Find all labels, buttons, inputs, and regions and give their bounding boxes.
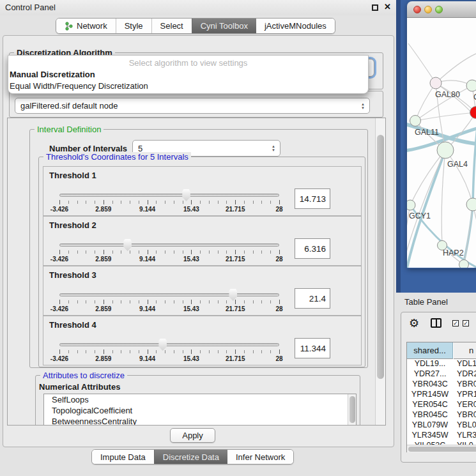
tab-select[interactable]: Select [151, 19, 192, 33]
tab-impute-data[interactable]: Impute Data [92, 450, 154, 464]
column-header-shared[interactable]: shared... [407, 342, 453, 359]
tick-label: 28 [275, 206, 282, 213]
slider-thumb[interactable] [123, 239, 132, 251]
tick-label: 28 [275, 305, 282, 312]
slider-thumb[interactable] [228, 289, 238, 301]
network-desktop: GAL80 G C GAL11 GAL4 GCY1 H HAP2 [396, 0, 476, 293]
tick-label: 28 [275, 355, 282, 362]
tick-label: 21.715 [226, 305, 245, 312]
table-panel-body: ⚙ ✓ ✓ shared... n YDL19...YDL1 YDR27...Y… [401, 312, 476, 463]
threshold-1-value-field[interactable]: 14.713 [295, 188, 330, 209]
checkbox-icon[interactable]: ✓ [463, 320, 469, 326]
threshold-3-slider[interactable]: -3.426 2.859 9.144 15.43 21.715 28 [59, 291, 279, 312]
list-item[interactable]: TopologicalCoefficient [44, 405, 356, 416]
tab-network[interactable]: Network [56, 19, 116, 33]
checkbox-icon[interactable]: ✓ [452, 320, 459, 326]
float-window-icon[interactable] [372, 4, 378, 11]
tick-label: -3.426 [50, 305, 68, 312]
split-pane-icon[interactable] [431, 318, 441, 328]
threshold-2-label: Threshold 2 [49, 220, 96, 230]
numerical-attributes-label: Numerical Attributes [39, 382, 120, 392]
node-gal80[interactable] [430, 77, 441, 89]
attributes-title: Attributes to discretize [40, 371, 127, 380]
threshold-4-slider[interactable]: -3.426 2.859 9.144 15.43 21.715 28 [59, 341, 279, 362]
network-canvas[interactable]: GAL80 G C GAL11 GAL4 GCY1 H HAP2 [407, 18, 476, 268]
tick-label: 9.144 [139, 305, 155, 312]
settings-scroll-panel: Interval Definition Number of Intervals … [7, 118, 386, 426]
gear-icon[interactable]: ⚙ [409, 316, 419, 330]
app-window: Control Panel ✕ Network Style Select Cyn… [0, 0, 476, 476]
slider-minor-ticks [59, 300, 279, 303]
slider-track[interactable] [59, 243, 279, 247]
tab-jactivemnodules[interactable]: jActiveMNodules [256, 19, 335, 33]
slider-track[interactable] [59, 194, 279, 197]
tab-impute-data-label: Impute Data [100, 452, 146, 462]
panel-title: Control Panel [5, 3, 56, 12]
threshold-1-slider[interactable]: -3.426 2.859 9.144 15.43 21.715 28 [59, 191, 279, 213]
node-partial[interactable] [459, 260, 469, 268]
table-row[interactable]: YPR145WYPR1 [407, 390, 476, 400]
node-h[interactable] [466, 198, 476, 211]
slider-thumb[interactable] [158, 339, 167, 351]
tick-label: 9.144 [139, 206, 155, 213]
tick-label: 21.715 [226, 355, 245, 362]
slider-thumb[interactable] [181, 189, 191, 201]
popup-item-manual-discretization[interactable]: Manual Discretization [10, 70, 95, 79]
threshold-row: Threshold 3 -3.426 2.859 9.144 15.43 21.… [43, 266, 362, 316]
tick-label: 15.43 [183, 206, 199, 213]
threshold-1-label: Threshold 1 [49, 171, 96, 180]
list-item[interactable]: SelfLoops [44, 394, 356, 405]
table-row[interactable]: YDL19...YDL1 [407, 359, 476, 369]
table-row[interactable]: YDR27...YDR2 [407, 369, 476, 380]
slider-track[interactable] [59, 343, 279, 346]
table-rows: YDL19...YDL1 YDR27...YDR2 YBR043CYBR0 YP… [407, 359, 476, 445]
settings-scrollbar[interactable] [375, 118, 385, 425]
list-scrollbar[interactable] [348, 394, 356, 426]
network-graph: GAL80 G C GAL11 GAL4 GCY1 H HAP2 [407, 18, 476, 268]
node-gcy1[interactable] [407, 200, 415, 210]
tab-cyni-toolbox[interactable]: Cyni Toolbox [192, 19, 256, 33]
node-table: shared... n YDL19...YDL1 YDR27...YDR2 YB… [406, 342, 476, 452]
close-traffic-light-icon[interactable] [413, 6, 421, 13]
node-label: GAL80 [435, 90, 460, 99]
threshold-4-value-field[interactable]: 11.344 [295, 338, 330, 358]
tab-discretize-data[interactable]: Discretize Data [154, 450, 227, 464]
table-data-combobox[interactable]: galFiltered.sif default node ▲▼ [15, 98, 370, 114]
network-window-titlebar[interactable] [407, 1, 476, 18]
threshold-3-value-field[interactable]: 21.4 [295, 288, 330, 309]
network-view-window[interactable]: GAL80 G C GAL11 GAL4 GCY1 H HAP2 [407, 1, 476, 268]
node-g[interactable] [466, 80, 476, 91]
slider-track[interactable] [59, 293, 279, 296]
slider-minor-ticks [59, 350, 279, 353]
apply-button[interactable]: Apply [170, 428, 215, 443]
table-row[interactable]: YLR345WYLR3 [407, 431, 476, 441]
close-icon[interactable]: ✕ [384, 2, 391, 12]
numerical-attributes-list[interactable]: SelfLoops TopologicalCoefficient Between… [43, 394, 357, 426]
zoom-traffic-light-icon[interactable] [435, 6, 443, 13]
tab-discretize-data-label: Discretize Data [163, 452, 219, 462]
table-horizontal-scrollbar[interactable] [407, 445, 476, 452]
threshold-2-slider[interactable]: -3.426 2.859 9.144 15.43 21.715 28 [59, 241, 279, 263]
tick-label: 21.715 [226, 256, 245, 263]
threshold-row: Threshold 4 -3.426 2.859 9.144 15.43 21.… [43, 316, 362, 365]
tick-label: 9.144 [139, 355, 155, 362]
tick-label: 2.859 [95, 256, 111, 263]
threshold-3-label: Threshold 3 [49, 270, 96, 280]
algorithm-dropdown-popup: Select algorithm to view settings Manual… [8, 55, 369, 94]
tick-label: 15.43 [183, 305, 199, 312]
node-gal11[interactable] [410, 116, 421, 127]
tab-infer-network[interactable]: Infer Network [227, 450, 293, 464]
table-panel: Table Panel ⚙ ✓ ✓ shared... n YDL19...YD… [396, 293, 476, 476]
table-row[interactable]: YER054CYER0 [407, 400, 476, 410]
tab-cyni-toolbox-label: Cyni Toolbox [201, 21, 248, 31]
popup-item-equal-width-frequency[interactable]: Equal Width/Frequency Discretization [10, 81, 148, 91]
node-gal4[interactable] [437, 142, 454, 158]
list-item[interactable]: BetweennessCentrality [44, 416, 356, 426]
minimize-traffic-light-icon[interactable] [424, 6, 432, 13]
table-row[interactable]: YBL079WYBL0 [407, 420, 476, 431]
tab-style[interactable]: Style [116, 19, 151, 33]
column-header-name[interactable]: n [454, 342, 476, 359]
table-row[interactable]: YBR045CYBR0 [407, 410, 476, 420]
table-row[interactable]: YBR043CYBR0 [407, 380, 476, 390]
threshold-2-value-field[interactable]: 6.316 [295, 238, 330, 259]
